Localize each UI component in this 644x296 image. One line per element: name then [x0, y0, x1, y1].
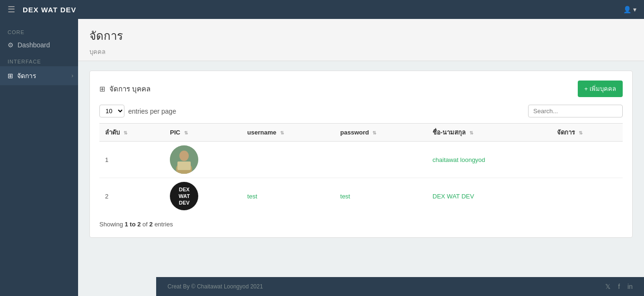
footer: Creat By © Chaitawat Loongyod 2021 𝕏 f i…: [156, 277, 644, 296]
table-row: 1: [99, 142, 623, 178]
svg-rect-4: [170, 145, 198, 174]
col-fullname: ชื่อ-นามสกุล ⇅: [427, 124, 551, 142]
manage-icon: ⊞: [8, 72, 13, 80]
user-icon: 👤: [623, 6, 631, 13]
sort-icon-number: ⇅: [124, 130, 127, 135]
entries-per-page-select[interactable]: 10 25 50: [99, 105, 124, 117]
data-table: ลำดับ ⇅ PIC ⇅ username ⇅ password: [99, 123, 623, 214]
col-pic: PIC ⇅: [164, 124, 241, 142]
card-header: ⊞ จัดการ บุคคล + เพิ่มบุคคล: [99, 81, 623, 97]
row2-avatar: DEXWATDEV: [170, 182, 198, 210]
dropdown-icon: ▾: [633, 6, 636, 13]
main-content: จัดการ บุคคล ⊞ จัดการ บุคคล + เพิ่มบุคคล…: [78, 19, 644, 296]
col-number: ลำดับ ⇅: [99, 124, 164, 142]
row2-actions: [551, 178, 623, 215]
row2-username: test: [242, 178, 335, 215]
linkedin-link[interactable]: in: [627, 283, 633, 290]
brand-title: DEX WAT DEV: [23, 6, 76, 14]
card-title-text: จัดการ บุคคล: [109, 83, 150, 95]
sidebar-section-core: CORE: [0, 24, 78, 37]
table-row: 2 DEXWATDEV test test: [99, 178, 623, 215]
topbar-right: 👤 ▾: [623, 6, 636, 13]
sort-icon-username: ⇅: [280, 130, 284, 135]
row2-pic: DEXWATDEV: [164, 178, 241, 215]
showing-range: 1 to 2: [124, 221, 141, 228]
table-body: 1: [99, 142, 623, 215]
breadcrumb: บุคคล: [89, 47, 633, 57]
row2-fullname: DEX WAT DEV: [427, 178, 551, 215]
sidebar-dashboard-label: Dashboard: [18, 41, 50, 49]
row1-actions: [551, 142, 623, 178]
hamburger-button[interactable]: ☰: [8, 4, 15, 15]
search-input[interactable]: [528, 105, 623, 117]
sort-icon-pic: ⇅: [184, 130, 188, 135]
twitter-link[interactable]: 𝕏: [605, 283, 610, 290]
row1-fullname: chaitawat loongyod: [427, 142, 551, 178]
showing-of: of: [141, 221, 149, 228]
sidebar-item-manage[interactable]: ⊞ จัดการ ›: [0, 66, 78, 85]
facebook-link[interactable]: f: [618, 283, 620, 290]
pagination-info: Showing 1 to 2 of 2 entries: [99, 221, 623, 228]
footer-social: 𝕏 f in: [605, 283, 633, 290]
table-head: ลำดับ ⇅ PIC ⇅ username ⇅ password: [99, 124, 623, 142]
row2-password: test: [335, 178, 427, 215]
page-title: จัดการ: [89, 27, 633, 45]
sort-icon-actions: ⇅: [579, 130, 582, 135]
sidebar-section-interface: INTERFACE: [0, 53, 78, 66]
sidebar-item-dashboard[interactable]: ⚙ Dashboard: [0, 37, 78, 53]
row1-username: [242, 142, 335, 178]
showing-total: 2: [150, 221, 153, 228]
dashboard-icon: ⚙: [8, 41, 14, 49]
row1-password: [335, 142, 427, 178]
topbar: ☰ DEX WAT DEV 👤 ▾: [0, 0, 644, 19]
sort-icon-password: ⇅: [372, 130, 376, 135]
row2-number: 2: [99, 178, 164, 215]
sidebar-manage-arrow: ›: [71, 72, 73, 79]
row1-avatar: [170, 145, 198, 174]
card-title: ⊞ จัดการ บุคคล: [99, 83, 150, 95]
table-icon: ⊞: [99, 85, 106, 93]
sidebar: CORE ⚙ Dashboard INTERFACE ⊞ จัดการ ›: [0, 19, 78, 296]
row1-number: 1: [99, 142, 164, 178]
entries-control: 10 25 50 entries per page: [99, 105, 176, 117]
table-header-row: ลำดับ ⇅ PIC ⇅ username ⇅ password: [99, 124, 623, 142]
add-person-button[interactable]: + เพิ่มบุคคล: [578, 81, 623, 97]
footer-credit: Creat By © Chaitawat Loongyod 2021: [168, 283, 263, 290]
entries-label: entries per page: [128, 108, 176, 115]
page-header: จัดการ บุคคล: [78, 19, 644, 61]
col-username: username ⇅: [242, 124, 335, 142]
showing-suffix: entries: [153, 221, 173, 228]
sidebar-manage-label: จัดการ: [17, 71, 36, 81]
row1-pic: [164, 142, 241, 178]
sort-icon-fullname: ⇅: [469, 130, 473, 135]
user-menu[interactable]: 👤 ▾: [623, 6, 636, 13]
table-controls: 10 25 50 entries per page: [99, 105, 623, 117]
page-content: ⊞ จัดการ บุคคล + เพิ่มบุคคล 10 25 50 ent…: [78, 61, 644, 277]
col-actions: จัดการ ⇅: [551, 124, 623, 142]
manage-card: ⊞ จัดการ บุคคล + เพิ่มบุคคล 10 25 50 ent…: [89, 71, 633, 238]
showing-prefix: Showing: [99, 221, 124, 228]
col-password: password ⇅: [335, 124, 427, 142]
